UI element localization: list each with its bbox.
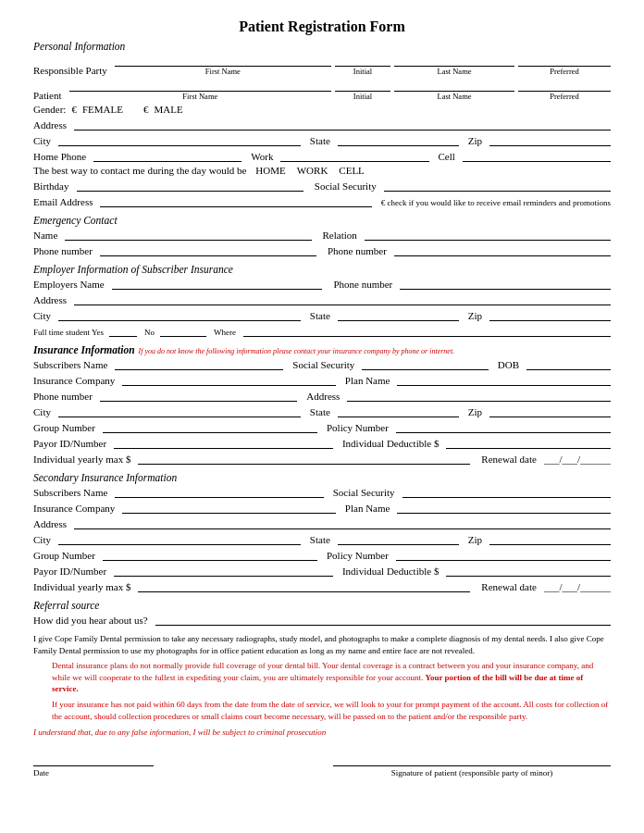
employer-student-row: Full time student Yes No Where [33,324,611,337]
insurance-header-row: Insurance Information If you do not know… [33,344,611,355]
sec-group-policy-row: Group Number Policy Number [33,548,611,561]
insurance-yearly-label: Individual yearly max $ [33,454,130,465]
patient-initial-sublabel: Initial [353,92,372,101]
emergency-contact-header: Emergency Contact [33,215,611,226]
legal-paragraph3: If your insurance has not paid within 60… [52,699,611,722]
employer-address-label: Address [33,294,67,305]
insurance-zip-label: Zip [468,406,482,417]
phone-row: Home Phone Work Cell [33,149,611,162]
sec-company-label: Insurance Company [33,503,115,514]
preferred-sublabel: Preferred [550,67,579,76]
state-label: State [310,135,330,146]
insurance-subscribers-label: Subscribers Name [33,359,107,370]
sec-payor-label: Payor ID/Number [33,566,106,577]
home-option: HOME [255,165,285,176]
insurance-city-label: City [33,406,51,417]
employer-zip-label: Zip [468,310,482,321]
responsible-party-label: Responsible Party [33,65,107,76]
no-label: No [144,328,155,337]
female-radio[interactable]: € [71,104,77,115]
employer-info-header: Employer Information of Subscriber Insur… [33,264,611,275]
full-time-student-label: Full time student Yes [33,328,104,337]
male-label: MALE [154,104,182,115]
address-row: Address [33,118,611,131]
employer-state-label: State [310,310,330,321]
insurance-company-row: Insurance Company Plan Name [33,373,611,386]
sec-subscribers-label: Subscribers Name [33,487,107,498]
responsible-party-row: Responsible Party First Name Initial Las… [33,54,611,76]
patient-preferred-sublabel: Preferred [550,92,579,101]
insurance-info-section: Insurance Information If you do not know… [33,344,611,465]
legal-paragraph1: I give Cope Family Dental permission to … [33,633,611,656]
referral-header: Referral source [33,600,611,611]
insurance-payor-label: Payor ID/Number [33,438,106,449]
insurance-company-label: Insurance Company [33,375,115,386]
page-title: Patient Registration Form [33,19,611,35]
city-label: City [33,135,51,146]
cell-label: Cell [439,151,455,162]
employer-phone-label: Phone number [333,279,392,290]
insurance-ssn-label: Social Security [292,359,354,370]
personal-info-section: Personal Information Responsible Party F… [33,41,611,207]
relation-label: Relation [323,230,357,241]
sec-group-label: Group Number [33,550,95,561]
best-contact-label: The best way to contact me during the da… [33,165,246,176]
insurance-yearly-renewal-row: Individual yearly max $ Renewal date ___… [33,452,611,465]
how-heard-row: How did you hear about us? [33,613,611,626]
sec-company-plan-row: Insurance Company Plan Name [33,501,611,514]
insurance-state-label: State [310,406,330,417]
sec-policy-label: Policy Number [327,550,389,561]
home-phone-label: Home Phone [33,151,86,162]
sec-deductible-label: Individual Deductible $ [342,566,439,577]
legal-paragraph2-block: Dental insurance plans do not normally p… [33,660,611,722]
emergency-phone-row: Phone number Phone number [33,243,611,256]
referral-section: Referral source How did you hear about u… [33,600,611,626]
email-label: Email Address [33,196,93,207]
sec-city-label: City [33,534,51,545]
sec-state-label: State [310,534,330,545]
insurance-group-policy-row: Group Number Policy Number [33,420,611,433]
secondary-insurance-section: Secondary Insurance Information Subscrib… [33,472,611,592]
sec-renewal-label: Renewal date [481,581,537,592]
patient-label: Patient [33,90,62,101]
zip-label: Zip [468,135,482,146]
legal-section: I give Cope Family Dental permission to … [33,633,611,737]
legal-criminal: I understand that, due to any false info… [33,727,611,737]
emergency-phone-label: Phone number [33,245,93,256]
insurance-payor-deductible-row: Payor ID/Number Individual Deductible $ [33,436,611,449]
date-line [33,750,154,766]
last-name-sublabel: Last Name [437,67,471,76]
emergency-name-relation-row: Name Relation [33,228,611,241]
insurance-dob-label: DOB [498,359,519,370]
sec-city-state-zip-row: City State Zip [33,532,611,545]
email-note: € check if you would like to receive ema… [381,198,611,207]
insurance-phone-label: Phone number [33,391,93,402]
signature-line [333,750,611,766]
insurance-note: If you do not know the following informa… [139,347,455,355]
signature-label: Signature of patient (responsible party … [391,768,552,777]
sec-address-label: Address [33,518,67,529]
social-security-label: Social Security [315,180,377,192]
male-radio[interactable]: € [143,104,149,115]
cell-option: CELL [339,165,365,176]
legal-paragraph2: Dental insurance plans do not normally p… [52,660,611,695]
gender-label: Gender: [33,104,66,115]
insurance-renewal-label: Renewal date [481,454,537,465]
female-label: FEMALE [82,104,123,115]
insurance-phone-address-row: Phone number Address [33,389,611,402]
date-label: Date [33,768,49,777]
birthday-ssn-row: Birthday Social Security [33,179,611,192]
sec-payor-deductible-row: Payor ID/Number Individual Deductible $ [33,564,611,577]
secondary-insurance-header: Secondary Insurance Information [33,472,611,483]
emergency-name-label: Name [33,230,57,241]
email-row: Email Address € check if you would like … [33,194,611,207]
work-option: WORK [297,165,328,176]
first-name-sublabel: First Name [205,67,241,76]
patient-first-name-sublabel: First Name [182,92,217,101]
city-state-zip-row: City State Zip [33,133,611,146]
where-label: Where [214,328,236,337]
sec-ssn-label: Social Security [333,487,395,498]
employer-name-phone-row: Employers Name Phone number [33,277,611,290]
insurance-address-label: Address [306,391,340,402]
insurance-renewal-format: ___/___/______ [544,454,611,465]
